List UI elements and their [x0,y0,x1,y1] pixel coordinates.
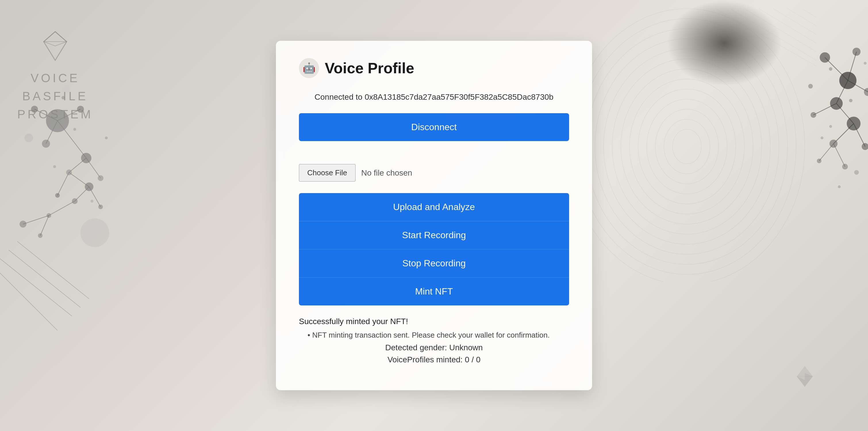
header-icon: 🤖 [299,58,319,78]
transaction-status-text: • NFT minting transaction sent. Please c… [299,331,569,340]
stop-recording-button[interactable]: Stop Recording [299,249,569,277]
gender-text: Detected gender: Unknown [299,343,569,352]
no-file-label: No file chosen [361,168,412,178]
modal-header: 🤖 Voice Profile [299,58,569,78]
mint-nft-button[interactable]: Mint NFT [299,277,569,305]
file-input-row: Choose File No file chosen [299,164,569,182]
robot-icon: 🤖 [303,62,316,74]
start-recording-button[interactable]: Start Recording [299,221,569,249]
success-status-text: Successfully minted your NFT! [299,317,569,326]
modal-card: 🤖 Voice Profile Connected to 0x8A13185c7… [276,41,592,390]
actions-group: Upload and Analyze Start Recording Stop … [299,193,569,305]
connected-address: Connected to 0x8A13185c7da27aa575F30f5F3… [299,93,569,102]
minted-count-text: VoiceProfiles minted: 0 / 0 [299,355,569,364]
modal-title: Voice Profile [325,60,414,77]
disconnect-button[interactable]: Disconnect [299,113,569,141]
choose-file-button[interactable]: Choose File [299,164,355,182]
upload-analyze-button[interactable]: Upload and Analyze [299,193,569,221]
modal-overlay: 🤖 Voice Profile Connected to 0x8A13185c7… [0,0,868,431]
